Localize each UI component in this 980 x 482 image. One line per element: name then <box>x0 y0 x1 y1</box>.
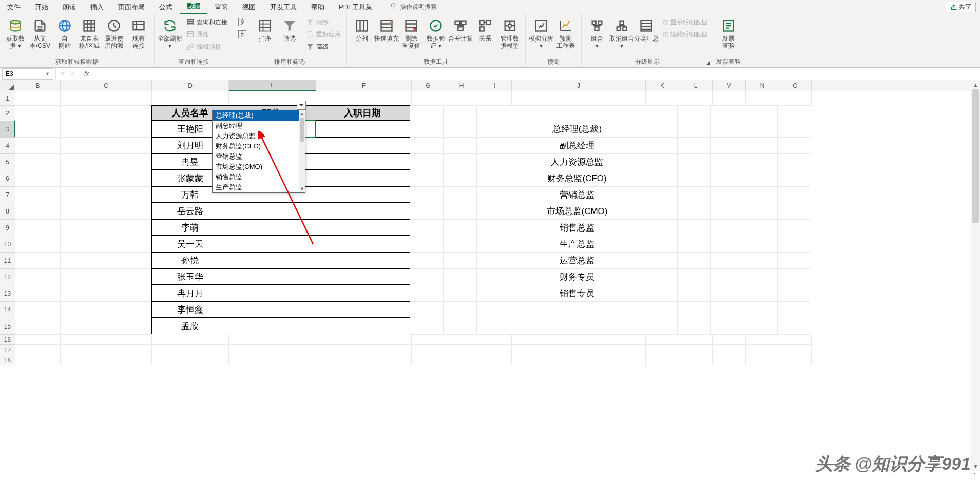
cell-K9[interactable] <box>644 220 678 236</box>
cell-J1[interactable] <box>512 91 646 106</box>
cell-E12[interactable] <box>228 268 315 285</box>
cell-I15[interactable] <box>477 318 510 335</box>
col-header-H[interactable]: H <box>445 80 478 91</box>
cell-G14[interactable] <box>410 302 444 318</box>
cell-L5[interactable] <box>678 154 711 170</box>
cell-B4[interactable] <box>15 138 61 154</box>
cell-J13[interactable]: 销售专员 <box>510 285 644 302</box>
cell-H7[interactable] <box>444 187 477 203</box>
cell-J11[interactable]: 运营总监 <box>510 253 644 269</box>
queries-connections-button[interactable]: 查询和连接 <box>184 16 229 28</box>
tab-公式[interactable]: 公式 <box>152 0 180 14</box>
cell-B14[interactable] <box>15 302 61 318</box>
cell-H16[interactable] <box>445 335 478 345</box>
cell-D15[interactable]: 孟欣 <box>151 318 228 334</box>
dropdown-option[interactable]: 人力资源总监 <box>213 131 305 141</box>
cell-I2[interactable] <box>477 106 510 121</box>
cell-L3[interactable] <box>678 121 711 138</box>
cell-C6[interactable] <box>61 170 152 187</box>
cell-K11[interactable] <box>644 253 678 269</box>
cell-B3[interactable] <box>15 121 61 138</box>
advanced-filter-button[interactable]: 高级 <box>304 41 343 52</box>
cell-J6[interactable]: 财务总监(CFO) <box>510 170 644 187</box>
cell-E17[interactable] <box>229 345 316 355</box>
cell-J2[interactable] <box>510 106 644 121</box>
cell-I18[interactable] <box>478 355 512 365</box>
dropdown-option[interactable]: 生产总监 <box>213 182 305 192</box>
cell-M7[interactable] <box>711 187 744 203</box>
cell-H11[interactable] <box>444 253 477 269</box>
sort-asc-button[interactable]: AZ <box>236 16 251 28</box>
cell-F5[interactable] <box>315 153 410 170</box>
col-header-B[interactable]: B <box>15 80 61 91</box>
cell-I13[interactable] <box>477 285 510 302</box>
cell-L4[interactable] <box>678 138 711 154</box>
col-header-I[interactable]: I <box>478 80 512 91</box>
outline-btn-1[interactable]: 取消组合 ▾ <box>609 16 634 50</box>
cell-O3[interactable] <box>778 121 810 138</box>
col-header-F[interactable]: F <box>316 80 412 91</box>
cell-I5[interactable] <box>477 154 510 170</box>
cell-L7[interactable] <box>678 187 711 203</box>
scroll-down-icon[interactable]: ▼ <box>299 185 305 192</box>
cell-L18[interactable] <box>679 355 713 365</box>
cell-B15[interactable] <box>15 318 61 335</box>
cell-O18[interactable] <box>779 355 812 365</box>
cell-J10[interactable]: 生产总监 <box>510 236 644 253</box>
invoice-check-button[interactable]: 发票 查验 <box>716 16 741 50</box>
cell-C18[interactable] <box>61 355 152 365</box>
cell-F1[interactable] <box>316 91 412 106</box>
cell-F2[interactable]: 入职日期 <box>315 105 410 121</box>
cell-B6[interactable] <box>15 170 61 187</box>
cell-I11[interactable] <box>477 253 510 269</box>
cell-M11[interactable] <box>711 253 744 269</box>
cell-M15[interactable] <box>711 318 744 335</box>
forecast-btn-1[interactable]: 预测 工作表 <box>553 16 578 50</box>
sort-button[interactable]: 排序 <box>253 16 277 43</box>
cell-K4[interactable] <box>644 138 678 154</box>
data-tool-btn-2[interactable]: 删除 重复值 <box>399 16 424 50</box>
cell-O5[interactable] <box>778 154 810 170</box>
tab-开发工具[interactable]: 开发工具 <box>263 0 304 14</box>
cell-D16[interactable] <box>152 335 229 345</box>
cell-I7[interactable] <box>477 187 510 203</box>
cell-G12[interactable] <box>410 269 444 285</box>
cell-L15[interactable] <box>678 318 711 335</box>
cell-E9[interactable] <box>228 219 315 236</box>
cell-N13[interactable] <box>744 285 778 302</box>
cell-K18[interactable] <box>646 355 679 365</box>
cell-I8[interactable] <box>477 203 510 220</box>
cell-F17[interactable] <box>316 345 412 355</box>
cell-C8[interactable] <box>61 203 152 220</box>
cell-N9[interactable] <box>744 220 778 236</box>
cell-C14[interactable] <box>61 302 152 318</box>
cell-K15[interactable] <box>644 318 678 335</box>
cell-K6[interactable] <box>644 170 678 187</box>
cell-H2[interactable] <box>444 106 477 121</box>
cell-N1[interactable] <box>746 91 779 106</box>
cell-K12[interactable] <box>644 269 678 285</box>
filter-button[interactable]: 筛选 <box>277 16 302 43</box>
cell-M9[interactable] <box>711 220 744 236</box>
row-header-14[interactable]: 14 <box>0 302 15 318</box>
cell-B16[interactable] <box>15 335 61 345</box>
cell-C4[interactable] <box>61 138 152 154</box>
row-header-11[interactable]: 11 <box>0 253 15 269</box>
cell-L17[interactable] <box>679 345 713 355</box>
cell-G16[interactable] <box>412 335 445 345</box>
cell-L14[interactable] <box>678 302 711 318</box>
tab-PDF工具集[interactable]: PDF工具集 <box>332 0 379 14</box>
cell-I9[interactable] <box>477 220 510 236</box>
cell-H12[interactable] <box>444 269 477 285</box>
cell-C12[interactable] <box>61 269 152 285</box>
cell-E11[interactable] <box>228 252 315 268</box>
cell-D11[interactable]: 孙悦 <box>151 252 228 268</box>
get-data-btn-5[interactable]: 现有 连接 <box>126 16 151 50</box>
cell-J8[interactable]: 市场总监(CMO) <box>510 203 644 220</box>
cell-G8[interactable] <box>410 203 444 220</box>
cell-F3[interactable] <box>315 121 410 137</box>
cell-B1[interactable] <box>15 91 61 106</box>
cell-F8[interactable] <box>315 203 410 219</box>
scroll-down-icon[interactable]: ▼ <box>971 461 980 471</box>
cell-I17[interactable] <box>478 345 512 355</box>
